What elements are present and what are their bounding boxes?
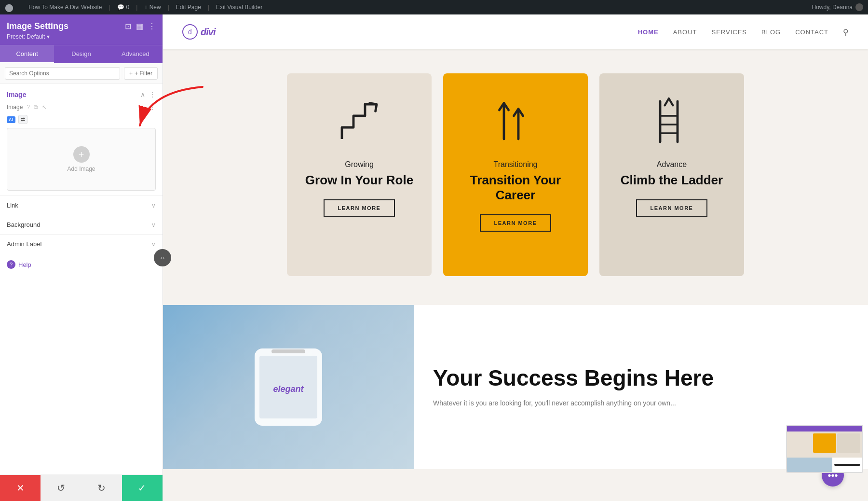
collapse-icon[interactable]: ∧ (140, 91, 145, 98)
exit-builder-link[interactable]: Exit Visual Builder (216, 4, 263, 11)
background-section[interactable]: Background ∨ (0, 215, 163, 234)
card-transitioning: Transitioning Transition Your Career LEA… (443, 73, 588, 276)
add-image-label: Add Image (67, 166, 95, 172)
image-row: Image ? ⧉ ↖ ⋮ AI ⇄ + (0, 103, 163, 195)
plus-icon: + (79, 149, 84, 160)
card-1-title: Grow In Your Role (305, 173, 413, 188)
swap-icon[interactable]: ⇄ (18, 115, 27, 124)
wp-logo-icon[interactable]: ⬤ (5, 3, 14, 12)
filter-plus-icon: + (129, 70, 133, 77)
user-menu[interactable]: Howdy, Deanna (812, 3, 864, 11)
image-section-header: Image ∧ ⋮ (0, 84, 163, 103)
image-tools: ⋮ (149, 103, 156, 111)
card-growing: Growing Grow In Your Role LEARN MORE (287, 73, 432, 276)
nav-contact[interactable]: CONTACT (795, 28, 828, 36)
help-label: Help (18, 261, 31, 268)
preset-label[interactable]: Preset: Default (7, 33, 45, 40)
background-title: Background (7, 221, 40, 228)
search-input[interactable] (5, 67, 120, 80)
nav-services[interactable]: SERVICES (711, 28, 747, 36)
preview-thumbnail (786, 425, 863, 473)
cursor-icon[interactable]: ↖ (42, 104, 47, 111)
comment-icon: 💬 (117, 4, 124, 11)
cards-section: Growing Grow In Your Role LEARN MORE (163, 49, 868, 305)
nav-blog[interactable]: BLOG (761, 28, 781, 36)
image-label-row: Image ? ⧉ ↖ ⋮ (7, 103, 156, 111)
card-3-learn-more-button[interactable]: LEARN MORE (636, 199, 708, 217)
background-chevron-icon: ∨ (151, 222, 156, 228)
card-1-subtitle: Growing (345, 160, 374, 169)
card-3-icon-area (643, 93, 701, 151)
thumb-lower-right (832, 458, 862, 472)
admin-label-chevron-icon: ∨ (151, 241, 156, 248)
panel-header: Image Settings ⊡ ▦ ⋮ Preset: Default ▾ (0, 14, 163, 45)
svg-rect-9 (271, 349, 305, 353)
panel-content: Image ∧ ⋮ Image ? ⧉ ↖ ⋮ (0, 84, 163, 474)
question-icon[interactable]: ? (27, 104, 30, 111)
edit-page-link[interactable]: Edit Page (176, 4, 201, 11)
section-more-icon[interactable]: ⋮ (149, 91, 156, 98)
nav-home[interactable]: HOME (638, 28, 659, 36)
logo-text: divi (201, 27, 215, 38)
advance-ladder-icon (643, 93, 701, 151)
site-name[interactable]: How To Make A Divi Website (28, 4, 102, 11)
nav-about[interactable]: ABOUT (673, 28, 697, 36)
image-upload-area[interactable]: + Add Image (7, 128, 156, 191)
image-section-title: Image (7, 91, 26, 98)
filter-button[interactable]: + + Filter (124, 67, 158, 80)
ai-badge[interactable]: AI (7, 116, 15, 123)
section-icons: ∧ ⋮ (140, 91, 156, 98)
lower-section: elegant Your Success Begins Here Whateve… (163, 305, 868, 469)
card-1-learn-more-button[interactable]: LEARN MORE (324, 199, 395, 217)
thumb-header-bar (787, 426, 862, 431)
bottom-bar: ✕ ↺ ↻ ✓ (0, 474, 163, 501)
header-icons: ⊡ ▦ ⋮ (125, 22, 156, 31)
help-section[interactable]: ? Help (0, 253, 163, 276)
thumb-lower (787, 458, 862, 472)
admin-label-section[interactable]: Admin Label ∨ (0, 234, 163, 253)
tab-content[interactable]: Content (0, 45, 54, 63)
panel-title: Image Settings (7, 21, 68, 31)
drag-handle[interactable]: ↔ (154, 249, 171, 266)
lower-heading: Your Success Begins Here (433, 366, 849, 390)
left-panel: Image Settings ⊡ ▦ ⋮ Preset: Default ▾ C… (0, 14, 163, 501)
image-more-icon[interactable]: ⋮ (149, 103, 156, 111)
copy-icon[interactable]: ⧉ (34, 104, 38, 111)
card-2-icon-area (487, 93, 544, 151)
fullscreen-icon[interactable]: ⊡ (125, 22, 131, 31)
card-1-icon-area (330, 93, 388, 151)
search-icon[interactable]: ⚲ (843, 28, 849, 37)
site-header: d divi HOME ABOUT SERVICES BLOG CONTACT … (163, 14, 868, 49)
title-row: Image Settings ⊡ ▦ ⋮ (7, 21, 156, 31)
redo-button[interactable]: ↻ (81, 475, 122, 501)
tab-design[interactable]: Design (54, 45, 108, 63)
cancel-button[interactable]: ✕ (0, 475, 41, 501)
undo-button[interactable]: ↺ (41, 475, 81, 501)
comment-count[interactable]: 💬 0 (117, 4, 130, 11)
card-3-subtitle: Advance (657, 160, 687, 169)
new-link[interactable]: + New (144, 4, 161, 11)
card-3-title: Climb the Ladder (621, 173, 723, 188)
thumb-card-3 (837, 433, 860, 453)
thumb-inner (787, 426, 862, 472)
cards-grid: Growing Grow In Your Role LEARN MORE (192, 73, 839, 276)
site-content: Growing Grow In Your Role LEARN MORE (163, 49, 868, 501)
layout-icon[interactable]: ▦ (136, 22, 143, 31)
card-2-title: Transition Your Career (458, 173, 573, 203)
transitioning-arrows-icon (487, 93, 544, 151)
svg-text:elegant: elegant (273, 384, 304, 394)
link-section[interactable]: Link ∨ (0, 195, 163, 215)
panel-tabs: Content Design Advanced (0, 45, 163, 63)
thumb-card-2 (813, 433, 836, 453)
link-title: Link (7, 202, 18, 209)
link-chevron-icon: ∨ (151, 202, 156, 209)
site-logo: d divi (182, 24, 215, 40)
save-button[interactable]: ✓ (122, 475, 163, 501)
tab-advanced[interactable]: Advanced (108, 45, 163, 63)
more-vert-icon[interactable]: ⋮ (148, 22, 156, 31)
image-label: Image (7, 104, 23, 111)
add-image-button[interactable]: + (73, 146, 90, 163)
site-nav: HOME ABOUT SERVICES BLOG CONTACT ⚲ (638, 28, 849, 37)
card-2-learn-more-button[interactable]: LEARN MORE (480, 214, 552, 232)
help-icon: ? (7, 260, 15, 269)
